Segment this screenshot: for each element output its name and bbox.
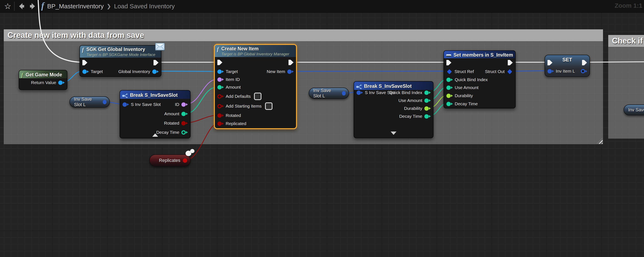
favorite-star-icon[interactable]: ☆	[3, 2, 12, 11]
pin-struct-out[interactable]	[507, 69, 512, 74]
pin-label: Global Inventory	[118, 69, 150, 74]
pin-label: Amount	[164, 111, 179, 116]
exec-out-pin[interactable]	[288, 60, 294, 65]
exec-out-pin[interactable]	[582, 60, 587, 65]
pin-decay-time[interactable]	[446, 102, 451, 106]
comment-body	[608, 47, 644, 138]
node-title: Break S_InvSaveSlot	[130, 92, 178, 98]
comment-title: Check if s	[608, 36, 644, 45]
back-arrow-icon[interactable]	[18, 2, 26, 10]
add-starting-items-checkbox[interactable]	[265, 102, 272, 110]
function-icon: f	[217, 46, 219, 52]
node-subtitle: Target is BP Global Inventory Manager	[221, 52, 289, 56]
node-break-s-invsaveslot-2[interactable]: Break S_InvSaveSlot S Inv Save Slot Quic…	[354, 81, 434, 138]
pin-label: Use Amount	[398, 98, 422, 103]
node-set-inv-item-l[interactable]: SET Inv Item L	[544, 55, 590, 77]
pin-label: Decay Time	[455, 101, 478, 106]
break-struct-icon	[356, 84, 362, 89]
collapse-arrow-icon[interactable]	[152, 134, 158, 137]
pin-label: Add Starting Items	[226, 104, 262, 109]
breadcrumb-current[interactable]: Load Saved Inventory	[114, 3, 175, 10]
pin-decay-time[interactable]	[424, 114, 429, 118]
pin-rotated[interactable]	[217, 114, 222, 118]
pin-label: ID	[175, 102, 179, 107]
cursor-bubble-icon	[190, 149, 194, 153]
node-set-members-s-invitem[interactable]: Set members in S_InvItem Struct Ref Stru…	[444, 50, 516, 108]
breadcrumb-chevron-icon: ❯	[106, 3, 111, 10]
pill-label: Inv Save Slot L	[74, 96, 100, 108]
pin-label: Struct Out	[485, 69, 505, 74]
pin-amount[interactable]	[182, 112, 186, 116]
pin-target[interactable]	[82, 70, 87, 74]
expand-arrow-icon[interactable]	[391, 132, 396, 135]
exec-in-pin[interactable]	[446, 60, 452, 65]
pin-return-value[interactable]	[58, 80, 62, 85]
exec-in-pin[interactable]	[82, 60, 87, 65]
pin-s-inv-save-slot[interactable]	[356, 90, 361, 95]
node-get-game-mode[interactable]: f Get Game Mode Return Value	[19, 70, 68, 90]
pin-label: Amount	[226, 85, 241, 90]
pill-inv-save-right[interactable]: Inv Save	[624, 104, 644, 115]
pin-inv-item-l[interactable]	[548, 69, 552, 74]
pin-s-inv-save-slot[interactable]	[122, 102, 127, 107]
pill-inv-save-slot-l-1[interactable]: Inv Save Slot L	[70, 96, 110, 108]
function-icon: f	[21, 72, 23, 78]
toolbar-divider	[14, 2, 14, 11]
pin-quick-bind-index[interactable]	[424, 90, 429, 95]
pill-replicates[interactable]: Replicates	[149, 154, 190, 166]
pin-quick-bind-index[interactable]	[446, 78, 451, 82]
break-struct-icon	[122, 93, 128, 98]
pin-label: Replicated	[226, 121, 246, 126]
pin-label: Durability	[404, 106, 422, 111]
node-title: Create New Item	[221, 46, 289, 52]
comment-title-bar[interactable]: Check if s	[608, 35, 644, 47]
node-title: SGK Get Global Inventory	[86, 46, 155, 52]
pin-output-value[interactable]	[581, 69, 585, 74]
pin-struct-ref[interactable]	[447, 69, 452, 74]
pin-label: Target	[226, 69, 238, 74]
pin-label: Quick Bind Index	[389, 90, 422, 95]
forward-arrow-icon[interactable]	[28, 2, 36, 10]
node-create-new-item[interactable]: f Create New Item Target is BP Global In…	[214, 44, 297, 129]
node-title: Set members in S_InvItem	[454, 52, 513, 58]
comment-title: Create new item with data from save	[4, 31, 144, 40]
pin-decay-time[interactable]	[182, 130, 186, 135]
pin-label: New Item	[267, 69, 285, 74]
node-sgk-get-global-inventory[interactable]: f SGK Get Global Inventory Target is BP …	[80, 45, 162, 77]
pin-amount[interactable]	[217, 85, 222, 90]
pill-inv-save-slot-l-2[interactable]: Inv Save Slot L	[309, 88, 349, 99]
pin-inv-save-slot-out[interactable]	[103, 100, 106, 104]
pin-label: Decay Time	[156, 130, 179, 135]
pin-label: Add Defaults	[226, 94, 251, 99]
exec-out-pin[interactable]	[508, 60, 513, 65]
pin-use-amount[interactable]	[446, 86, 451, 90]
exec-out-pin[interactable]	[154, 60, 158, 65]
pin-item-id[interactable]	[217, 78, 222, 82]
exec-in-pin[interactable]	[217, 60, 222, 65]
pin-id[interactable]	[182, 102, 186, 107]
node-break-s-invsaveslot-1[interactable]: Break S_InvSaveSlot S Inv Save Slot ID A…	[120, 90, 190, 138]
add-defaults-checkbox[interactable]	[254, 92, 262, 100]
pin-label: S Inv Save Slot	[131, 102, 161, 107]
pin-label: Use Amount	[455, 85, 478, 90]
pin-durability[interactable]	[424, 106, 429, 111]
breadcrumb-root[interactable]: BP_MasterInventory	[47, 3, 104, 10]
pin-label: Decay Time	[399, 114, 422, 119]
exec-in-pin[interactable]	[548, 60, 552, 65]
pin-use-amount[interactable]	[424, 98, 429, 103]
comment-title-bar[interactable]: Create new item with data from save	[4, 29, 603, 41]
pin-inv-save-slot-out[interactable]	[342, 91, 346, 96]
pin-add-starting-items[interactable]	[217, 104, 222, 108]
pin-target[interactable]	[217, 70, 222, 74]
pin-rotated[interactable]	[182, 121, 186, 126]
zoom-level-label: Zoom 1:1	[615, 2, 642, 9]
pin-global-inventory[interactable]	[152, 70, 157, 74]
pin-replicated[interactable]	[217, 122, 222, 126]
pin-durability[interactable]	[446, 94, 451, 98]
pin-label: Item ID	[226, 77, 240, 82]
pin-label: Quick Bind Index	[455, 77, 488, 82]
pin-replicates-out[interactable]	[183, 158, 187, 163]
pin-new-item[interactable]	[287, 70, 292, 74]
pin-label: Return Value	[31, 80, 56, 85]
pin-add-defaults[interactable]	[217, 94, 222, 99]
